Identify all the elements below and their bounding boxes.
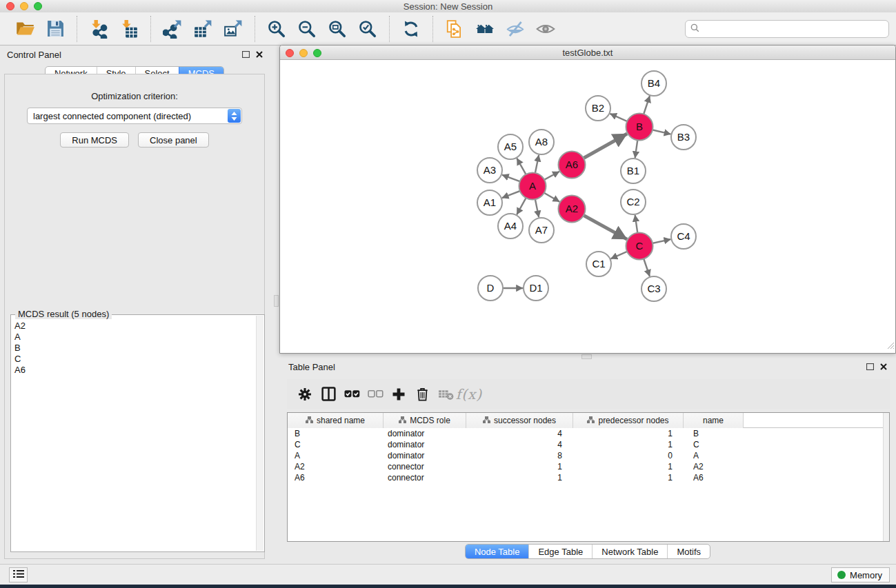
graph-node-label: C4	[677, 230, 690, 242]
result-scrollbar[interactable]	[256, 316, 263, 551]
network-canvas[interactable]: B4B2BB3A8A5A6A3B1AC2A1A2A4A7C4CC1DD1C3	[280, 60, 895, 353]
add-icon[interactable]	[387, 384, 410, 405]
mcds-result-item[interactable]: C	[11, 354, 256, 365]
memory-status-icon	[837, 571, 846, 579]
graph-node-label: D1	[529, 282, 542, 294]
mcds-result-title: MCDS result (5 nodes)	[15, 309, 112, 319]
tab-network-table[interactable]: Network Table	[592, 545, 667, 558]
table-cell[interactable]: dominator	[384, 428, 466, 439]
run-mcds-button[interactable]: Run MCDS	[60, 132, 129, 148]
table-cell[interactable]: connector	[384, 461, 466, 472]
application-window: Session: New Session Control Panel Netwo…	[0, 0, 896, 588]
export-network-icon[interactable]	[162, 19, 183, 39]
table-row[interactable]: Cdominator41C	[288, 439, 889, 450]
table-cell[interactable]: A2	[288, 461, 384, 472]
table-scrollbar[interactable]	[883, 413, 889, 541]
table-cell[interactable]: B	[288, 428, 384, 439]
float-table-panel-icon[interactable]	[866, 363, 874, 371]
table-cell[interactable]: 1	[466, 472, 573, 483]
import-network-icon[interactable]	[88, 19, 109, 39]
open-folder-icon[interactable]	[14, 19, 35, 39]
close-table-panel-icon[interactable]	[879, 363, 888, 371]
vertical-splitter-handle[interactable]	[274, 295, 279, 307]
zoom-out-icon[interactable]	[297, 19, 317, 39]
function-icon[interactable]: f(x)	[457, 384, 481, 405]
tab-edge-table[interactable]: Edge Table	[528, 545, 592, 558]
table-row[interactable]: Bdominator41B	[288, 428, 889, 439]
close-panel-button[interactable]: Close panel	[138, 132, 209, 148]
hide-details-icon[interactable]	[505, 19, 526, 39]
refresh-icon[interactable]	[401, 19, 421, 39]
table-cell[interactable]: 1	[573, 472, 684, 483]
table-cell[interactable]: 1	[573, 439, 684, 450]
column-header-predecessor-nodes[interactable]: predecessor nodes	[573, 413, 684, 428]
delete-icon[interactable]	[410, 384, 434, 405]
table-cell[interactable]: 1	[466, 461, 573, 472]
export-image-icon[interactable]	[223, 19, 243, 39]
table-cell[interactable]: B	[684, 428, 744, 439]
optimization-criterion-select[interactable]: largest connected component (directed)	[27, 108, 242, 124]
select-stepper-icon	[228, 109, 241, 123]
tab-node-table[interactable]: Node Table	[466, 545, 529, 558]
tab-motifs[interactable]: Motifs	[667, 545, 710, 558]
search-field[interactable]	[685, 20, 889, 38]
control-panel: Control Panel NetworkStyleSelectMCDS Opt…	[0, 45, 269, 564]
table-cell[interactable]: 4	[466, 428, 573, 439]
table-cell[interactable]: 4	[466, 439, 573, 450]
zoom-selected-icon[interactable]	[357, 19, 378, 39]
toolbar-separator	[77, 16, 77, 42]
table-cell[interactable]: 0	[573, 450, 684, 461]
select-all-icon[interactable]	[340, 384, 364, 405]
table-row[interactable]: Adominator80A	[288, 450, 889, 461]
float-panel-icon[interactable]	[241, 50, 250, 59]
column-header-name[interactable]: name	[684, 413, 744, 428]
table-cell[interactable]: C	[288, 439, 384, 450]
table-cell[interactable]: 1	[573, 461, 684, 472]
table-cell[interactable]: connector	[384, 472, 466, 483]
table-toolbar: f(x)	[287, 379, 890, 409]
mcds-result-item[interactable]: A	[11, 332, 256, 343]
settings-icon[interactable]	[293, 384, 317, 405]
table-panel-title: Table Panel	[288, 362, 335, 372]
zoom-in-icon[interactable]	[266, 19, 287, 39]
column-header-shared-name[interactable]: shared name	[288, 413, 384, 428]
network-view-window: testGlobe.txt B4B2BB3A8A5A6A3B1AC2A1A2A4…	[279, 45, 896, 354]
table-cell[interactable]: A	[288, 450, 384, 461]
table-tabs: Node TableEdge TableNetwork TableMotifs	[465, 544, 710, 559]
deselect-all-icon[interactable]	[364, 384, 387, 405]
import-table-icon[interactable]	[119, 19, 139, 39]
column-header-mcds-role[interactable]: MCDS role	[384, 413, 466, 428]
delete-table-icon[interactable]	[434, 384, 457, 405]
save-icon[interactable]	[45, 19, 66, 39]
column-tree-icon	[399, 416, 406, 425]
table-cell[interactable]: A2	[684, 461, 744, 472]
table-cell[interactable]: 1	[573, 428, 684, 439]
table-row[interactable]: A6connector11A6	[288, 472, 889, 483]
network-from-file-icon[interactable]	[444, 19, 465, 39]
task-history-button[interactable]	[9, 567, 28, 582]
table-cell[interactable]: 8	[466, 450, 573, 461]
table-cell[interactable]: dominator	[384, 450, 466, 461]
search-input[interactable]	[703, 22, 888, 36]
table-cell[interactable]: A	[684, 450, 744, 461]
memory-label: Memory	[850, 570, 882, 580]
table-row[interactable]: A2connector11A2	[288, 461, 889, 472]
columns-icon[interactable]	[317, 384, 340, 405]
home-icon[interactable]	[475, 19, 495, 39]
table-cell[interactable]: C	[684, 439, 744, 450]
column-header-successor-nodes[interactable]: successor nodes	[466, 413, 573, 428]
zoom-fit-icon[interactable]	[327, 19, 348, 39]
graph-node-label: C2	[626, 196, 639, 207]
mcds-result-item[interactable]: A2	[11, 321, 256, 332]
mcds-result-item[interactable]: A6	[11, 365, 256, 376]
table-cell[interactable]: A6	[288, 472, 384, 483]
column-label: successor nodes	[494, 416, 556, 425]
show-details-icon[interactable]	[535, 19, 556, 39]
table-cell[interactable]: A6	[684, 472, 744, 483]
close-panel-icon[interactable]	[255, 50, 263, 59]
mcds-result-item[interactable]: B	[11, 343, 256, 354]
table-cell[interactable]: dominator	[384, 439, 466, 450]
export-table-icon[interactable]	[192, 19, 213, 39]
resize-grip-icon[interactable]	[887, 340, 895, 352]
memory-button[interactable]: Memory	[831, 567, 890, 582]
